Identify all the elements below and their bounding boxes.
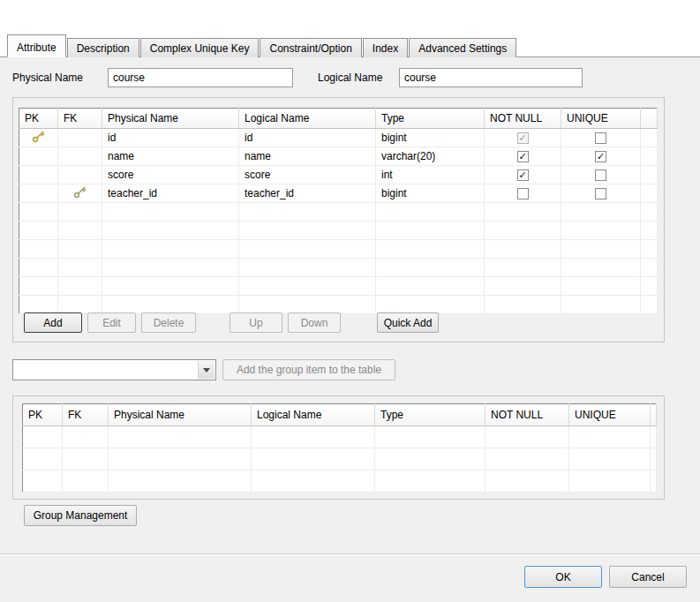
empty-cell: [485, 296, 561, 314]
physical-name-input[interactable]: [108, 68, 293, 87]
empty-cell: [485, 448, 569, 470]
empty-cell: [375, 470, 485, 493]
empty-cell: [239, 240, 376, 259]
attribute-row[interactable]: teacher_idteacher_idbigint: [19, 184, 658, 203]
foreign-key-icon-cell: [58, 147, 102, 166]
empty-row: [19, 203, 658, 222]
tab-description[interactable]: Description: [67, 38, 139, 57]
column-header-type[interactable]: Type: [376, 109, 485, 129]
attribute-row[interactable]: ididbigint✓: [19, 129, 658, 147]
column-header-not-null[interactable]: NOT NULL: [485, 404, 569, 426]
empty-row: [23, 470, 657, 493]
empty-cell: [376, 277, 485, 296]
column-header-fk[interactable]: FK: [58, 109, 102, 129]
not-null-checkbox[interactable]: [517, 188, 529, 199]
add-button[interactable]: Add: [24, 312, 82, 333]
empty-row: [19, 277, 658, 296]
type-cell: bigint: [376, 129, 485, 147]
empty-cell: [641, 222, 658, 240]
not-null-checkbox-cell: ✓: [485, 129, 561, 147]
down-button[interactable]: Down: [288, 312, 341, 333]
empty-cell: [485, 259, 561, 277]
column-header-type[interactable]: Type: [375, 404, 485, 426]
type-cell: varchar(20): [376, 147, 485, 166]
empty-cell: [375, 426, 485, 448]
not-null-checkbox[interactable]: ✓: [517, 169, 529, 181]
attribute-row[interactable]: namenamevarchar(20)✓✓: [19, 147, 658, 166]
delete-button[interactable]: Delete: [141, 312, 196, 333]
not-null-checkbox[interactable]: ✓: [517, 132, 529, 144]
type-cell: int: [376, 166, 485, 184]
filler-cell: [641, 129, 658, 147]
empty-cell: [58, 222, 102, 240]
empty-cell: [19, 277, 58, 296]
unique-checkbox[interactable]: ✓: [595, 151, 606, 162]
tab-bar: AttributeDescriptionComplex Unique KeyCo…: [7, 34, 517, 57]
empty-cell: [109, 470, 252, 493]
foreign-key-icon-cell: [58, 184, 102, 203]
attribute-row[interactable]: scorescoreint✓: [19, 166, 658, 184]
column-header-pk[interactable]: PK: [23, 404, 63, 426]
empty-cell: [569, 426, 651, 448]
unique-checkbox[interactable]: [595, 188, 606, 199]
empty-cell: [102, 296, 239, 314]
edit-button[interactable]: Edit: [87, 312, 136, 333]
group-management-button[interactable]: Group Management: [24, 505, 137, 526]
empty-cell: [63, 448, 109, 470]
empty-cell: [19, 296, 58, 314]
not-null-checkbox[interactable]: ✓: [517, 151, 529, 162]
empty-cell: [102, 203, 239, 222]
add-group-button[interactable]: Add the group item to the table: [222, 359, 395, 380]
empty-cell: [19, 203, 58, 222]
column-header-unique[interactable]: UNIQUE: [569, 404, 651, 426]
unique-checkbox[interactable]: [595, 169, 606, 181]
quick-add-button[interactable]: Quick Add: [377, 312, 439, 333]
tab-advanced-settings[interactable]: Advanced Settings: [409, 38, 516, 57]
logical-name-cell: name: [239, 147, 376, 166]
empty-cell: [376, 296, 485, 314]
column-header-fk[interactable]: FK: [63, 404, 109, 426]
empty-row: [19, 259, 658, 277]
logical-name-input[interactable]: [399, 68, 583, 87]
up-button[interactable]: Up: [230, 312, 282, 333]
type-cell: bigint: [376, 184, 485, 203]
primary-key-icon-cell: [19, 184, 58, 203]
tab-attribute[interactable]: Attribute: [7, 34, 66, 57]
group-select[interactable]: [12, 359, 216, 380]
empty-cell: [485, 222, 561, 240]
unique-checkbox-cell: [561, 184, 641, 203]
tab-constraint-option[interactable]: Constraint/Option: [260, 38, 361, 57]
column-header-filler: [651, 404, 657, 426]
column-header-pk[interactable]: PK: [19, 109, 58, 129]
empty-cell: [561, 259, 641, 277]
cancel-button[interactable]: Cancel: [609, 566, 687, 588]
empty-cell: [63, 470, 109, 493]
empty-cell: [58, 296, 102, 314]
column-header-logical-name[interactable]: Logical Name: [252, 404, 375, 426]
column-header-unique[interactable]: UNIQUE: [561, 109, 641, 129]
empty-cell: [58, 259, 102, 277]
empty-row: [19, 296, 658, 314]
primary-key-icon-cell: [19, 166, 58, 184]
empty-cell: [109, 448, 252, 470]
empty-cell: [376, 222, 485, 240]
tab-complex-unique-key[interactable]: Complex Unique Key: [140, 38, 260, 57]
empty-cell: [23, 448, 63, 470]
empty-cell: [561, 240, 641, 259]
unique-checkbox-cell: [561, 166, 641, 184]
column-header-not-null[interactable]: NOT NULL: [485, 109, 561, 129]
ok-button[interactable]: OK: [524, 566, 602, 588]
column-header-logical-name[interactable]: Logical Name: [239, 109, 376, 129]
empty-cell: [252, 448, 375, 470]
column-header-physical-name[interactable]: Physical Name: [102, 109, 239, 129]
empty-cell: [561, 222, 641, 240]
physical-name-cell: score: [102, 166, 239, 184]
column-header-physical-name[interactable]: Physical Name: [109, 404, 252, 426]
empty-cell: [239, 277, 376, 296]
empty-cell: [376, 240, 485, 259]
empty-cell: [641, 296, 658, 314]
tab-strip: AttributeDescriptionComplex Unique KeyCo…: [0, 0, 700, 57]
tab-index[interactable]: Index: [363, 38, 408, 57]
empty-cell: [58, 277, 102, 296]
unique-checkbox[interactable]: [595, 132, 606, 144]
